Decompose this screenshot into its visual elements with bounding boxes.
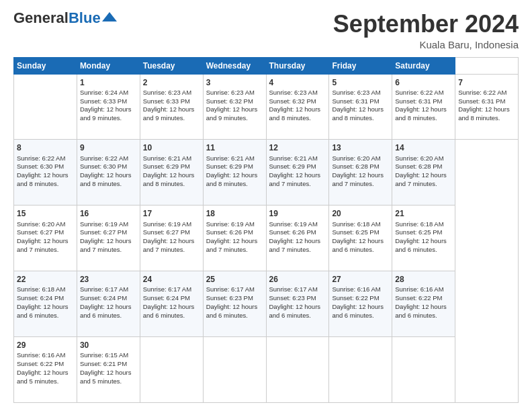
calendar-week-row: 15Sunrise: 6:20 AMSunset: 6:27 PMDayligh… — [14, 205, 519, 271]
sunrise-text: Sunrise: 6:19 AM — [206, 220, 255, 228]
sunrise-text: Sunrise: 6:18 AM — [17, 285, 65, 293]
sunrise-text: Sunrise: 6:19 AM — [269, 220, 318, 228]
sunrise-text: Sunrise: 6:19 AM — [143, 220, 191, 228]
sunset-text: Sunset: 6:27 PM — [143, 228, 190, 236]
day-number: 17 — [143, 208, 200, 219]
daylight-text: Daylight: 12 hours and 8 minutes. — [206, 171, 258, 187]
col-monday: Monday — [77, 57, 140, 74]
daylight-text: Daylight: 12 hours and 8 minutes. — [269, 105, 321, 122]
svg-marker-0 — [102, 12, 117, 21]
sunrise-text: Sunrise: 6:24 AM — [80, 89, 128, 96]
daylight-text: Daylight: 12 hours and 6 minutes. — [143, 303, 195, 319]
daylight-text: Daylight: 12 hours and 8 minutes. — [332, 105, 384, 122]
sunrise-text: Sunrise: 6:21 AM — [143, 154, 191, 162]
logo-general: General — [13, 9, 69, 26]
sunset-text: Sunset: 6:27 PM — [17, 228, 64, 236]
table-row: 5Sunrise: 6:23 AMSunset: 6:31 PMDaylight… — [329, 74, 392, 140]
table-row: 7Sunrise: 6:22 AMSunset: 6:31 PMDaylight… — [455, 74, 519, 140]
sunset-text: Sunset: 6:22 PM — [332, 294, 379, 302]
table-row: 18Sunrise: 6:19 AMSunset: 6:26 PMDayligh… — [203, 205, 266, 271]
table-row — [203, 337, 266, 403]
daylight-text: Daylight: 12 hours and 7 minutes. — [269, 171, 321, 187]
month-title: September 2024 — [333, 11, 519, 38]
table-row: 11Sunrise: 6:21 AMSunset: 6:29 PMDayligh… — [203, 140, 266, 205]
sunrise-text: Sunrise: 6:16 AM — [17, 351, 65, 359]
table-row: 20Sunrise: 6:18 AMSunset: 6:25 PMDayligh… — [329, 205, 392, 271]
table-row: 29Sunrise: 6:16 AMSunset: 6:22 PMDayligh… — [14, 337, 77, 403]
table-row: 12Sunrise: 6:21 AMSunset: 6:29 PMDayligh… — [266, 140, 329, 205]
day-number: 4 — [269, 77, 326, 88]
daylight-text: Daylight: 12 hours and 6 minutes. — [269, 303, 321, 319]
col-tuesday: Tuesday — [140, 57, 203, 74]
sunrise-text: Sunrise: 6:23 AM — [143, 89, 191, 96]
daylight-text: Daylight: 12 hours and 7 minutes. — [206, 237, 258, 253]
daylight-text: Daylight: 12 hours and 9 minutes. — [206, 105, 258, 122]
day-number: 6 — [395, 77, 452, 88]
table-row: 25Sunrise: 6:17 AMSunset: 6:23 PMDayligh… — [203, 271, 266, 337]
day-number: 7 — [458, 77, 515, 88]
day-number: 2 — [143, 77, 200, 88]
table-row: 22Sunrise: 6:18 AMSunset: 6:24 PMDayligh… — [14, 271, 77, 337]
table-row: 23Sunrise: 6:17 AMSunset: 6:24 PMDayligh… — [77, 271, 140, 337]
sunrise-text: Sunrise: 6:22 AM — [17, 154, 65, 162]
day-number: 30 — [80, 340, 137, 351]
daylight-text: Daylight: 12 hours and 6 minutes. — [332, 237, 384, 253]
table-row: 6Sunrise: 6:22 AMSunset: 6:31 PMDaylight… — [392, 74, 455, 140]
sunset-text: Sunset: 6:23 PM — [269, 294, 316, 302]
day-number: 9 — [80, 142, 137, 153]
table-row — [140, 337, 203, 403]
day-number: 25 — [206, 274, 263, 285]
table-row: 8Sunrise: 6:22 AMSunset: 6:30 PMDaylight… — [14, 140, 77, 205]
day-number: 12 — [269, 142, 326, 153]
calendar-header-row: Sunday Monday Tuesday Wednesday Thursday… — [14, 57, 519, 74]
day-number: 21 — [395, 208, 452, 219]
day-number: 1 — [80, 77, 137, 88]
daylight-text: Daylight: 12 hours and 5 minutes. — [80, 369, 132, 385]
daylight-text: Daylight: 12 hours and 7 minutes. — [143, 237, 195, 253]
sunrise-text: Sunrise: 6:20 AM — [332, 154, 380, 162]
table-row: 21Sunrise: 6:18 AMSunset: 6:25 PMDayligh… — [392, 205, 455, 271]
day-number: 18 — [206, 208, 263, 219]
sunset-text: Sunset: 6:31 PM — [395, 97, 442, 105]
sunrise-text: Sunrise: 6:19 AM — [80, 220, 128, 228]
day-number: 10 — [143, 142, 200, 153]
sunset-text: Sunset: 6:28 PM — [332, 163, 379, 170]
sunrise-text: Sunrise: 6:17 AM — [206, 285, 255, 293]
sunrise-text: Sunrise: 6:20 AM — [17, 220, 65, 228]
sunset-text: Sunset: 6:24 PM — [17, 294, 64, 302]
calendar-week-row: 8Sunrise: 6:22 AMSunset: 6:30 PMDaylight… — [14, 140, 519, 205]
sunset-text: Sunset: 6:31 PM — [332, 97, 379, 105]
col-saturday: Saturday — [392, 57, 455, 74]
table-row: 30Sunrise: 6:15 AMSunset: 6:21 PMDayligh… — [77, 337, 140, 403]
sunrise-text: Sunrise: 6:22 AM — [80, 154, 128, 162]
day-number: 23 — [80, 274, 137, 285]
sunset-text: Sunset: 6:22 PM — [395, 294, 442, 302]
sunset-text: Sunset: 6:29 PM — [143, 163, 190, 170]
sunrise-text: Sunrise: 6:23 AM — [332, 89, 380, 96]
day-number: 3 — [206, 77, 263, 88]
table-row: 3Sunrise: 6:23 AMSunset: 6:32 PMDaylight… — [203, 74, 266, 140]
sunrise-text: Sunrise: 6:18 AM — [332, 220, 380, 228]
daylight-text: Daylight: 12 hours and 7 minutes. — [80, 237, 132, 253]
sunset-text: Sunset: 6:32 PM — [206, 97, 253, 105]
sunset-text: Sunset: 6:33 PM — [80, 97, 127, 105]
day-number: 8 — [17, 142, 74, 153]
calendar-table: Sunday Monday Tuesday Wednesday Thursday… — [13, 57, 519, 403]
daylight-text: Daylight: 12 hours and 6 minutes. — [395, 303, 447, 319]
daylight-text: Daylight: 12 hours and 8 minutes. — [17, 171, 69, 187]
table-row: 26Sunrise: 6:17 AMSunset: 6:23 PMDayligh… — [266, 271, 329, 337]
day-number: 20 — [332, 208, 389, 219]
logo-icon — [102, 9, 117, 24]
day-number: 15 — [17, 208, 74, 219]
daylight-text: Daylight: 12 hours and 7 minutes. — [395, 171, 447, 187]
logo: GeneralBlue — [13, 11, 117, 26]
sunrise-text: Sunrise: 6:17 AM — [269, 285, 318, 293]
day-number: 27 — [332, 274, 389, 285]
table-row: 17Sunrise: 6:19 AMSunset: 6:27 PMDayligh… — [140, 205, 203, 271]
daylight-text: Daylight: 12 hours and 6 minutes. — [395, 237, 447, 253]
sunrise-text: Sunrise: 6:16 AM — [395, 285, 443, 293]
table-row — [392, 337, 455, 403]
header: GeneralBlue September 2024 Kuala Baru, I… — [13, 11, 519, 50]
sunrise-text: Sunrise: 6:15 AM — [80, 351, 128, 359]
sunset-text: Sunset: 6:26 PM — [269, 228, 316, 236]
